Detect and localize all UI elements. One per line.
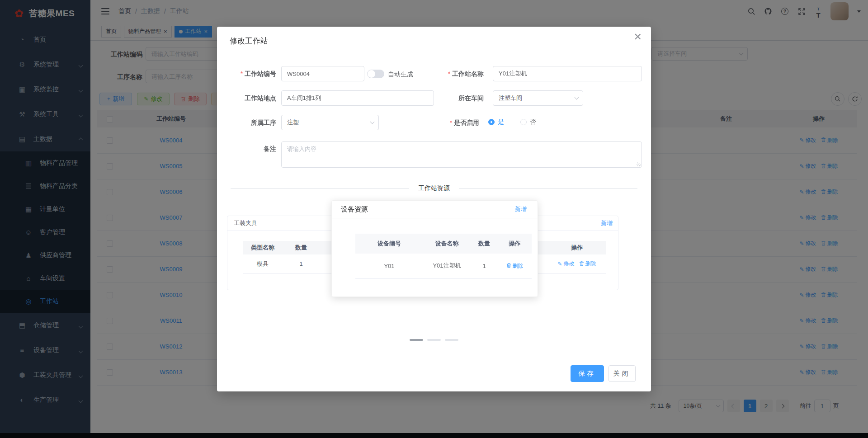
remark-label: 备注 xyxy=(217,145,276,153)
equipment-table: 设备编号 设备名称 数量 操作 Y01Y01注塑机1删除 xyxy=(355,234,532,279)
chevron-down-icon xyxy=(575,95,579,100)
name-label: 工作站名称 xyxy=(423,70,484,78)
popup-title: 设备资源 xyxy=(341,205,368,214)
panel-edit-button[interactable]: ✎修改 xyxy=(557,260,574,268)
code-input[interactable] xyxy=(281,66,364,81)
close-icon[interactable]: ✕ xyxy=(634,32,642,42)
process-select[interactable]: 注塑 xyxy=(281,115,379,130)
code-label: 工作站编号 xyxy=(217,70,276,78)
col-equipment-code: 设备编号 xyxy=(355,234,423,254)
carousel-indicator[interactable] xyxy=(427,339,441,341)
panel-name-cell: 模具 xyxy=(243,254,282,273)
col-actions: 操作 xyxy=(498,234,532,254)
carousel-indicator[interactable] xyxy=(410,339,423,341)
delete-label: 删除 xyxy=(513,262,524,270)
panel-actions-cell: ✎修改删除 xyxy=(547,254,606,273)
process-label: 所属工序 xyxy=(217,119,276,127)
panel-column-header: 操作 xyxy=(547,241,606,254)
equipment-actions-cell: 删除 xyxy=(498,254,532,278)
panel-column-header: 数量 xyxy=(282,241,320,254)
enabled-label: 是否启用 xyxy=(420,119,479,127)
equipment-resource-popup: 设备资源 新增 设备编号 设备名称 数量 操作 Y01Y01注塑机1删除 xyxy=(331,200,538,297)
carousel-indicator[interactable] xyxy=(445,339,458,341)
auto-generate-toggle[interactable] xyxy=(367,70,384,78)
panel-column-header: 类型名称 xyxy=(243,241,282,254)
panel-delete-button[interactable]: 删除 xyxy=(579,260,596,268)
workshop-select[interactable]: 注塑车间 xyxy=(493,90,583,106)
popup-add-button[interactable]: 新增 xyxy=(515,205,527,213)
location-label: 工作站地点 xyxy=(217,94,276,103)
col-qty: 数量 xyxy=(471,234,498,254)
section-title: 工作站资源 xyxy=(409,184,459,193)
chevron-down-icon xyxy=(370,120,375,124)
carousel-indicators xyxy=(410,339,458,341)
equipment-cell: Y01注塑机 xyxy=(423,254,471,278)
panel-add-button[interactable]: 新增 xyxy=(601,219,613,227)
panel-qty-cell: 1 xyxy=(282,254,320,273)
delete-label: 删除 xyxy=(585,260,596,268)
name-input[interactable] xyxy=(493,66,642,81)
edit-workstation-dialog: 修改工作站 ✕ 工作站编号 自动生成 工作站名称 工作站地点 所在车间 注塑车间… xyxy=(217,27,651,391)
col-equipment-name: 设备名称 xyxy=(423,234,471,254)
panel-title: 工装夹具 xyxy=(234,219,257,227)
delete-icon xyxy=(506,263,511,269)
popup-header: 设备资源 新增 xyxy=(332,201,538,218)
edit-label: 修改 xyxy=(564,260,575,268)
equipment-row: Y01Y01注塑机1删除 xyxy=(355,254,532,278)
equipment-cell: Y01 xyxy=(355,254,423,278)
workshop-label: 所在车间 xyxy=(423,94,484,103)
dialog-title: 修改工作站 xyxy=(230,36,268,46)
enabled-no-radio[interactable]: 否 xyxy=(520,118,536,126)
save-button[interactable]: 保存 xyxy=(571,365,604,382)
auto-generate-label: 自动生成 xyxy=(388,71,413,79)
location-input[interactable] xyxy=(281,90,434,106)
dialog-close-button[interactable]: 关闭 xyxy=(609,365,636,382)
remark-textarea[interactable] xyxy=(281,141,642,168)
equipment-cell: 1 xyxy=(471,254,498,278)
delete-icon xyxy=(579,261,584,267)
enabled-yes-radio[interactable]: 是 xyxy=(488,118,504,126)
equipment-delete-button[interactable]: 删除 xyxy=(506,262,524,270)
edit-icon: ✎ xyxy=(557,261,562,267)
